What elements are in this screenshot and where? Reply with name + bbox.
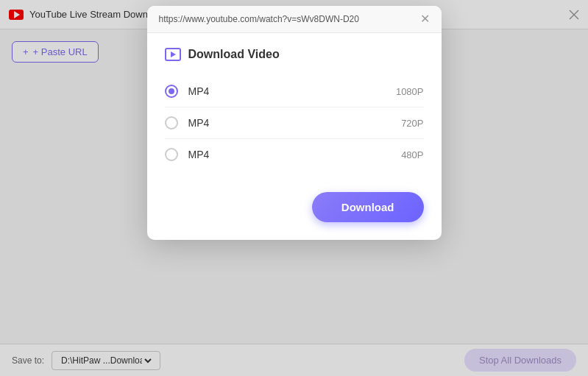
modal-header: Download Video	[165, 48, 424, 61]
radio-720p[interactable]	[165, 116, 178, 130]
app-window: YouTube Live Stream Downlo... + + Paste …	[0, 0, 588, 376]
modal-url: https://www.youtube.com/watch?v=sWv8DWN-…	[159, 14, 411, 24]
modal-footer: Download	[147, 192, 442, 240]
format-item-480p[interactable]: MP4 480P	[165, 139, 424, 170]
format-list: MP4 1080P MP4 720P MP4 480P	[165, 76, 424, 170]
modal-title-bar: https://www.youtube.com/watch?v=sWv8DWN-…	[147, 6, 442, 33]
format-name-480p: MP4	[188, 149, 402, 160]
format-name-720p: MP4	[188, 117, 402, 129]
modal-dialog: https://www.youtube.com/watch?v=sWv8DWN-…	[147, 6, 442, 240]
radio-1080p[interactable]	[165, 85, 178, 98]
format-item-720p[interactable]: MP4 720P	[165, 107, 424, 139]
modal-title: Download Video	[188, 48, 280, 61]
modal-overlay: https://www.youtube.com/watch?v=sWv8DWN-…	[0, 0, 588, 376]
video-icon	[165, 48, 181, 61]
modal-close-icon[interactable]: ✕	[420, 13, 430, 25]
radio-480p[interactable]	[165, 148, 178, 161]
format-quality-720p: 720P	[401, 118, 423, 129]
format-item-1080p[interactable]: MP4 1080P	[165, 76, 424, 107]
modal-content: Download Video MP4 1080P MP4 720P	[147, 33, 442, 192]
format-quality-1080p: 1080P	[396, 86, 424, 97]
format-quality-480p: 480P	[401, 149, 423, 160]
download-button[interactable]: Download	[312, 192, 424, 222]
format-name-1080p: MP4	[188, 85, 396, 97]
